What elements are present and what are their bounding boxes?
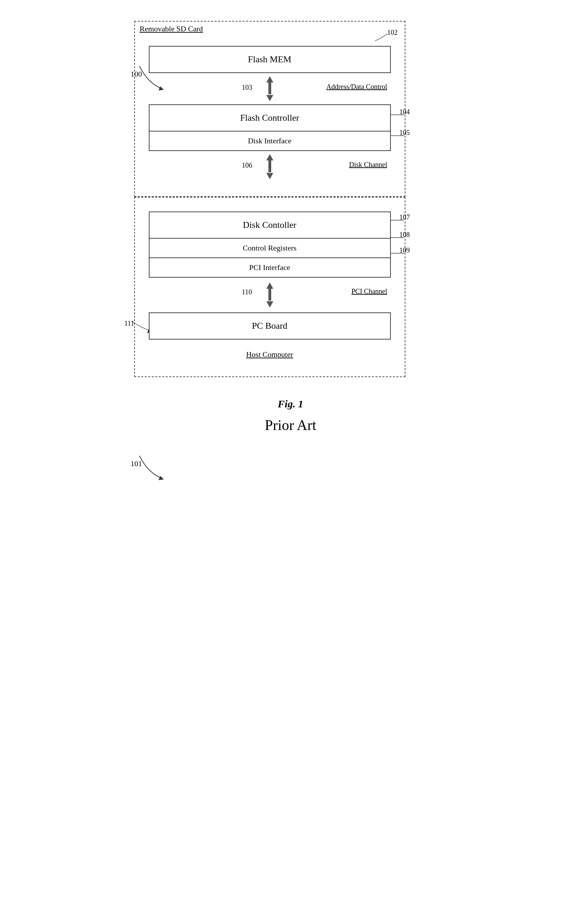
disk-channel-label: Disk Channel	[349, 161, 387, 169]
ref-104-line	[388, 111, 408, 118]
pci-interface-label: PCI Interface	[249, 263, 290, 272]
ref-107-line	[388, 217, 408, 224]
arrow-110-container: 110 PCI Channel	[149, 277, 391, 312]
disk-controller-label: Disk Contoller	[243, 220, 296, 230]
ref-106: 106	[242, 162, 252, 170]
ref-110: 110	[242, 288, 252, 296]
ref-109-line	[388, 250, 408, 257]
svg-marker-10	[266, 301, 273, 307]
svg-rect-6	[268, 160, 271, 172]
arrow-106-container: 106 Disk Channel	[149, 151, 391, 182]
pc-board-label: PC Board	[252, 321, 288, 331]
svg-rect-9	[268, 288, 271, 300]
arrow-103-svg	[259, 75, 280, 102]
flash-mem-label: Flash MEM	[248, 54, 291, 64]
flash-controller-label: Flash Controller	[240, 113, 300, 123]
arrow-103-container: 103 Address/Data Control	[149, 73, 391, 104]
flash-mem-container: Flash MEM	[149, 46, 391, 73]
pci-channel-label: PCI Channel	[352, 287, 387, 295]
svg-marker-5	[266, 154, 273, 160]
sd-card-label: Removable SD Card	[140, 24, 203, 33]
pc-board-box: PC Board	[149, 312, 391, 340]
disk-interface-box: Disk Interface	[149, 132, 391, 151]
ref-108-line	[388, 234, 408, 241]
control-registers-label: Control Registers	[243, 244, 296, 252]
svg-marker-2	[266, 76, 273, 82]
ref-101-arrow	[138, 452, 169, 480]
arrow-106-svg	[259, 153, 280, 181]
svg-marker-7	[266, 173, 273, 179]
address-data-label: Address/Data Control	[326, 83, 387, 91]
flash-controller-box: Flash Controller	[149, 104, 391, 132]
disk-controller-group: 107 108 109 Disk Contoller	[149, 211, 391, 277]
control-registers-box: Control Registers	[149, 239, 391, 258]
disk-interface-label: Disk Interface	[248, 136, 291, 145]
svg-marker-8	[266, 282, 273, 289]
ref-105-line	[388, 132, 408, 139]
flash-mem-box: Flash MEM	[149, 46, 391, 73]
fig-caption: Fig. 1	[278, 398, 303, 409]
svg-rect-3	[268, 82, 271, 94]
prior-art-label: Prior Art	[265, 417, 316, 433]
svg-marker-4	[266, 95, 273, 101]
ref-103: 103	[242, 84, 252, 91]
host-computer-label: Host Computer	[149, 350, 391, 359]
pc-board-container: 111 PC Board	[149, 312, 391, 340]
svg-marker-1	[158, 476, 164, 480]
pci-interface-box: PCI Interface	[149, 258, 391, 277]
ref-102-line	[374, 32, 391, 43]
host-computer-box: 107 108 109 Disk Contoller	[134, 197, 405, 377]
arrow-110-svg	[259, 281, 280, 309]
disk-controller-box: Disk Contoller	[149, 211, 391, 239]
flash-controller-group: 104 105 Flash Controller Disk Interface	[149, 104, 391, 151]
sd-card-box: Removable SD Card 102 Flash MEM 103	[134, 21, 405, 197]
